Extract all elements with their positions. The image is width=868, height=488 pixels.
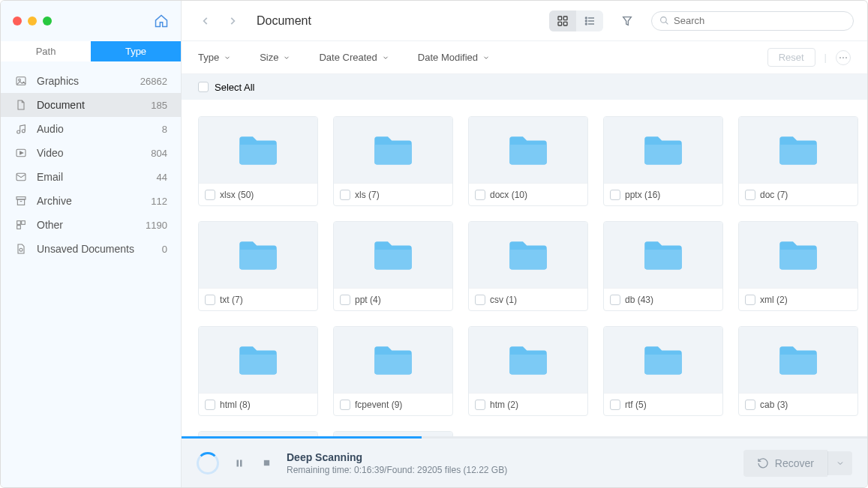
folder-icon — [236, 133, 280, 167]
search-input[interactable] — [674, 15, 845, 26]
folder-icon — [776, 343, 820, 377]
folder-card[interactable]: db (43) — [603, 221, 723, 311]
sidebar-item-label: Email — [37, 171, 63, 183]
folder-checkbox[interactable] — [340, 295, 350, 305]
list-view-button[interactable] — [576, 10, 603, 31]
folder-checkbox[interactable] — [610, 190, 620, 200]
folder-checkbox[interactable] — [475, 400, 485, 410]
filter-size-dropdown[interactable]: Size — [260, 52, 290, 63]
sidebar-item-label: Document — [37, 99, 85, 111]
folder-card[interactable]: ppt (4) — [333, 221, 453, 311]
folder-icon — [641, 343, 685, 377]
sidebar-item-audio[interactable]: Audio8 — [1, 117, 181, 141]
filter-icon[interactable] — [617, 10, 638, 31]
folder-checkbox[interactable] — [205, 295, 215, 305]
sidebar-item-count: 44 — [157, 172, 167, 183]
more-options-button[interactable]: ⋯ — [836, 50, 851, 65]
recover-button[interactable]: Recover — [743, 450, 827, 477]
svg-rect-5 — [17, 173, 26, 180]
folder-thumbnail — [604, 327, 722, 393]
sidebar-item-other[interactable]: Other1190 — [1, 213, 181, 237]
folder-card[interactable]: doc (7) — [738, 116, 858, 206]
svg-point-23 — [661, 17, 667, 23]
folder-checkbox[interactable] — [610, 400, 620, 410]
folder-checkbox[interactable] — [475, 295, 485, 305]
svg-point-2 — [17, 130, 20, 133]
folder-checkbox[interactable] — [205, 190, 215, 200]
folder-thumbnail — [604, 222, 722, 288]
folder-card[interactable]: txt (7) — [198, 221, 318, 311]
minimize-window-button[interactable] — [28, 16, 37, 25]
svg-point-3 — [22, 130, 25, 133]
nav-forward-button[interactable] — [222, 10, 243, 31]
sidebar-item-document[interactable]: Document185 — [1, 93, 181, 117]
window-controls-bar — [1, 1, 181, 41]
filter-date-created-dropdown[interactable]: Date Created — [319, 52, 389, 63]
sidebar-item-video[interactable]: Video804 — [1, 141, 181, 165]
folder-checkbox[interactable] — [745, 190, 755, 200]
home-icon[interactable] — [154, 13, 169, 28]
folder-thumbnail — [469, 117, 587, 183]
nav-back-button[interactable] — [195, 10, 216, 31]
folder-card[interactable]: xlsx (50) — [198, 116, 318, 206]
folder-card[interactable]: htm (2) — [468, 326, 588, 416]
folder-card[interactable]: csv (1) — [468, 221, 588, 311]
folder-icon — [776, 238, 820, 272]
folder-card[interactable]: pptx (16) — [603, 116, 723, 206]
folder-thumbnail — [739, 327, 857, 393]
folder-checkbox[interactable] — [610, 295, 620, 305]
traffic-lights — [13, 16, 52, 25]
sidebar-item-graphics[interactable]: Graphics26862 — [1, 69, 181, 93]
folder-footer: ppt (4) — [334, 288, 452, 310]
select-all-label: Select All — [215, 82, 254, 93]
search-box[interactable] — [651, 11, 854, 31]
folder-card[interactable]: docx (10) — [468, 116, 588, 206]
folder-thumbnail — [469, 222, 587, 288]
grid-viewport[interactable]: xlsx (50)xls (7)docx (10)pptx (16)doc (7… — [182, 100, 867, 436]
filter-type-dropdown[interactable]: Type — [198, 52, 231, 63]
folder-card[interactable]: xml (2) — [738, 221, 858, 311]
filter-size-label: Size — [260, 52, 278, 63]
folder-card[interactable] — [333, 431, 453, 436]
recover-dropdown-button[interactable] — [827, 451, 852, 475]
folder-checkbox[interactable] — [340, 190, 350, 200]
restore-icon — [757, 457, 769, 469]
sidebar-item-count: 0 — [162, 244, 167, 255]
filter-date-modified-dropdown[interactable]: Date Modified — [418, 52, 490, 63]
progress-bar — [182, 436, 867, 439]
maximize-window-button[interactable] — [43, 16, 52, 25]
search-icon — [659, 16, 669, 25]
folder-checkbox[interactable] — [340, 400, 350, 410]
image-icon — [14, 75, 28, 87]
reset-button[interactable]: Reset — [767, 48, 815, 67]
svg-rect-13 — [558, 16, 562, 20]
pause-scan-button[interactable] — [233, 457, 246, 470]
filter-type-label: Type — [198, 52, 219, 63]
svg-rect-25 — [237, 460, 239, 466]
folder-thumbnail — [739, 222, 857, 288]
folder-card[interactable]: html (8) — [198, 326, 318, 416]
chevron-down-icon — [836, 459, 845, 468]
folder-card[interactable]: xls (7) — [333, 116, 453, 206]
folder-label: fcpevent (9) — [355, 400, 402, 410]
folder-thumbnail — [334, 222, 452, 288]
svg-rect-15 — [558, 22, 562, 25]
stop-scan-button[interactable] — [260, 457, 273, 470]
select-all-checkbox[interactable] — [198, 82, 209, 92]
folder-card[interactable]: rtf (5) — [603, 326, 723, 416]
folder-checkbox[interactable] — [205, 400, 215, 410]
folder-thumbnail — [739, 117, 857, 183]
folder-card[interactable]: fcpevent (9) — [333, 326, 453, 416]
grid-view-button[interactable] — [549, 10, 576, 31]
sidebar-item-email[interactable]: Email44 — [1, 165, 181, 189]
folder-checkbox[interactable] — [745, 295, 755, 305]
close-window-button[interactable] — [13, 16, 22, 25]
folder-card[interactable]: cab (3) — [738, 326, 858, 416]
folder-checkbox[interactable] — [745, 400, 755, 410]
folder-checkbox[interactable] — [475, 190, 485, 200]
sidebar-item-archive[interactable]: Archive112 — [1, 189, 181, 213]
tab-path[interactable]: Path — [1, 41, 91, 61]
sidebar-item-unsaved-documents[interactable]: Unsaved Documents0 — [1, 237, 181, 261]
tab-type[interactable]: Type — [91, 41, 181, 61]
folder-card[interactable] — [198, 431, 318, 436]
